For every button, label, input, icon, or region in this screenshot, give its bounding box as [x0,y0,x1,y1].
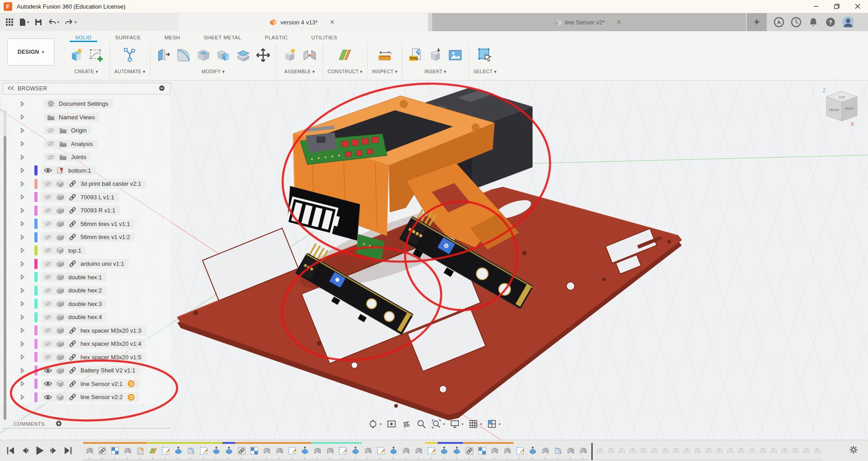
timeline-feature-rolled-back[interactable] [790,442,801,460]
timeline-feature-rolled-back[interactable] [638,442,649,460]
combine-icon[interactable] [215,47,232,64]
new-tab-button[interactable]: + [747,13,767,31]
document-tab-active[interactable]: version 4 v13* ✕ [179,13,428,31]
timeline-feature-joint[interactable] [564,442,577,460]
viewport[interactable]: TOP FRONT RIGHT Z X BROWSER Document Set… [0,80,868,440]
timeline-feature-joint[interactable] [83,442,96,460]
expand-icon[interactable] [19,167,26,174]
timeline-feature-rolled-back[interactable] [736,442,746,460]
visibility-eye-icon[interactable] [44,367,52,374]
pan-icon[interactable] [401,418,412,430]
timeline-feature-sketch[interactable] [425,442,438,460]
browser-item[interactable]: double hex:2 [3,284,171,297]
expand-icon[interactable] [19,101,26,107]
expand-icon[interactable] [19,314,26,320]
timeline-feature-joint[interactable] [501,442,514,460]
visibility-eye-icon[interactable] [44,221,52,227]
visibility-eye-icon[interactable] [44,301,52,307]
visibility-eye-icon[interactable] [44,394,52,400]
view-cube[interactable]: TOP FRONT RIGHT Z X [823,88,857,127]
notifications-icon[interactable] [807,16,819,28]
ribbon-tab-sheet-metal[interactable]: SHEET METAL [192,32,253,42]
maximize-button[interactable] [826,0,847,13]
move-icon[interactable] [255,47,272,64]
timeline-feature-joint[interactable] [121,442,134,460]
play-icon[interactable] [33,445,45,456]
timeline-feature-extrude[interactable] [438,442,450,460]
data-panel-icon[interactable] [4,15,15,29]
group-label[interactable]: INSPECT [372,69,393,74]
comments-bar[interactable]: COMMENTS [3,419,171,428]
timeline-feature-rolled-back[interactable] [616,442,627,460]
timeline-feature-sketch[interactable] [286,442,298,460]
visibility-eye-icon[interactable] [44,287,52,294]
ribbon-tab-plastic[interactable]: PLASTIC [253,32,300,42]
undo-icon[interactable]: ▾ [46,15,61,29]
browser-item[interactable]: hex spacer M3x20 v1:5 [3,351,171,364]
ribbon-tab-mesh[interactable]: MESH [153,32,192,42]
measure-icon[interactable] [376,47,393,64]
step-back-icon[interactable] [19,445,30,456]
expand-icon[interactable] [19,274,26,280]
construction-plane-icon[interactable] [336,47,354,64]
browser-item[interactable]: Named Views [3,111,171,124]
create-sketch-icon[interactable] [88,47,105,64]
expand-icon[interactable] [19,127,26,134]
timeline-feature-extrude[interactable] [349,442,362,460]
expand-icon[interactable] [19,181,26,187]
browser-item[interactable]: hex spacer M3x20 v1:3 [3,324,171,338]
timeline-feature-rolled-back[interactable] [594,442,605,460]
joint-icon[interactable] [301,47,318,64]
browser-item[interactable]: line Sensor v2:2 [3,390,171,404]
group-label[interactable]: INSERT [425,69,443,74]
timeline-feature-sketch[interactable] [197,442,210,460]
skip-end-icon[interactable] [62,445,73,456]
document-tab-inactive[interactable]: line Sensor v2* ✕ [432,13,746,31]
display-settings-icon[interactable]: ▾ [449,418,464,430]
viewcube-top-face[interactable]: TOP [839,96,845,99]
timeline-feature-rolled-back[interactable] [768,442,779,460]
visibility-eye-icon[interactable] [44,381,52,387]
group-label[interactable]: ASSEMBLE [284,69,311,74]
timeline-feature-joint[interactable] [260,442,273,460]
update-available-badge[interactable] [127,380,135,387]
browser-item[interactable]: 70093 R v1:1 [3,204,171,217]
timeline-feature-link[interactable] [463,442,476,460]
press-pull-icon[interactable] [155,47,172,64]
group-label[interactable]: CONSTRUCT [328,69,359,74]
visibility-eye-icon[interactable] [44,207,52,214]
group-label[interactable]: MODIFY [202,69,221,74]
shell-icon[interactable] [195,47,212,64]
minimize-button[interactable] [806,0,826,13]
timeline-feature-rolled-back[interactable] [801,442,811,460]
expand-icon[interactable] [19,381,26,387]
timeline-feature-link[interactable] [235,442,248,460]
timeline-feature-rolled-back[interactable] [703,442,714,460]
browser-item[interactable]: arduino uno v1:1 [3,257,171,271]
browser-item[interactable]: Document Settings [3,97,171,111]
expand-icon[interactable] [19,394,26,400]
select-icon[interactable] [476,47,494,64]
extensions-icon[interactable] [773,16,785,28]
expand-icon[interactable] [19,234,26,240]
browser-item[interactable]: Analysis [3,137,171,151]
timeline-settings-icon[interactable] [849,445,858,456]
timeline-feature-sketch[interactable] [336,442,349,460]
expand-icon[interactable] [19,354,26,360]
expand-icon[interactable] [19,154,26,160]
timeline-feature-extrude[interactable] [222,442,235,460]
browser-item[interactable]: double hex:4 [3,310,171,324]
timeline-feature-rolled-back[interactable] [627,442,638,460]
browser-scrollbar[interactable] [4,110,6,423]
timeline-feature-fillet[interactable] [552,442,564,460]
file-menu-icon[interactable]: ▾ [17,15,31,29]
canvas-icon[interactable] [447,47,464,64]
timeline-feature-joint[interactable] [539,442,552,460]
expand-icon[interactable] [19,207,26,214]
visibility-eye-icon[interactable] [44,234,52,240]
timeline-feature-newcomp[interactable] [134,442,146,460]
timeline-feature-extrude[interactable] [450,442,463,460]
viewcube-front-face[interactable]: FRONT [829,108,839,112]
browser-item[interactable]: 3d print ball caster v2:1 [3,177,171,191]
visibility-eye-icon[interactable] [47,154,55,160]
